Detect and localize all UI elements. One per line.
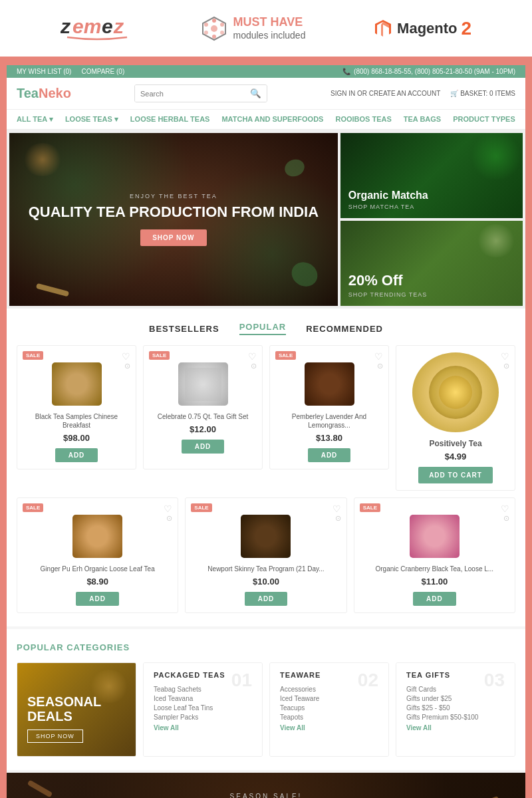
tabs-header: BESTSELLERS POPULAR RECOMMENDED xyxy=(17,322,515,335)
wishlist-icon-2[interactable]: ♡ xyxy=(248,351,257,362)
magento-text: Magento xyxy=(397,20,457,37)
sale-banner-content: SEASON SALE! SAVE 50% ON ALL ITEMS SHOP … xyxy=(20,793,512,798)
tab-bestsellers[interactable]: BESTSELLERS xyxy=(149,324,219,334)
compare-icon-r2-2[interactable]: ⊙ xyxy=(335,514,341,523)
product-price-featured: $4.99 xyxy=(445,452,467,462)
cat-item: Gifts Premium $50-$100 xyxy=(406,714,505,721)
product-name-featured: Positively Tea xyxy=(429,439,481,448)
cat-num-packaged: 01 xyxy=(231,671,252,690)
product-card-3: SALE ♡ ⊙ Pemberley Lavender And Lemongra… xyxy=(269,345,389,469)
wishlist-icon-r2-3[interactable]: ♡ xyxy=(501,503,509,514)
sale-badge-r2-2: SALE xyxy=(191,503,211,512)
product-name-3: Pemberley Lavender And Lemongrass... xyxy=(277,412,382,430)
product-img-1 xyxy=(52,362,102,406)
sale-badge-2: SALE xyxy=(149,351,170,360)
wishlist-link[interactable]: MY WISH LIST (0) xyxy=(17,68,71,75)
cat-seasonal-card: SEASONAL DEALS SHOP NOW xyxy=(17,663,136,756)
cat-item: Gifts $25 - $50 xyxy=(406,704,505,712)
cat-item: Teacups xyxy=(280,704,378,712)
hero-title: QUALITY TEA PRODUCTION FROM INDIA xyxy=(29,203,319,221)
search-input[interactable] xyxy=(135,85,245,102)
add-button-r2-3[interactable]: ADD xyxy=(413,592,456,606)
top-bar-right: 📞 (800) 868-18-85-55, (800) 805-21-80-50… xyxy=(342,68,515,75)
add-button-r2-2[interactable]: ADD xyxy=(245,592,288,606)
cat-packaged-content: 01 PACKAGED TEAS Teabag Sachets Iced Tea… xyxy=(144,663,262,756)
hero-side-trending: 20% Off SHOP TRENDING TEAS xyxy=(340,221,523,306)
svg-point-8 xyxy=(220,31,224,35)
product-name-r2-1: Ginger Pu Erh Organic Loose Leaf Tea xyxy=(24,565,171,573)
store-logo: TeaNeko xyxy=(17,86,71,101)
nav-matcha[interactable]: MATCHA AND SUPERFOODS xyxy=(221,115,323,124)
must-have-badge: MUST HAVE modules included xyxy=(201,15,305,42)
hero-trending-link[interactable]: SHOP TRENDING TEAS xyxy=(348,291,428,298)
hero-shop-now-button[interactable]: SHOP NOW xyxy=(140,229,206,246)
nav-loose-herbal[interactable]: LOOSE HERBAL TEAS xyxy=(130,115,210,124)
wishlist-icon-1[interactable]: ♡ xyxy=(122,351,130,362)
top-bar: MY WISH LIST (0) COMPARE (0) 📞 (800) 868… xyxy=(7,65,525,78)
svg-text:e: e xyxy=(102,15,113,37)
product-price-r2-1: $8.90 xyxy=(24,577,171,587)
tab-recommended[interactable]: RECOMMENDED xyxy=(306,324,383,334)
packaged-view-all-link[interactable]: View All xyxy=(154,724,252,732)
compare-icon-2[interactable]: ⊙ xyxy=(251,362,257,370)
hero-main: ENJOY THE BEST TEA QUALITY TEA PRODUCTIO… xyxy=(9,133,338,306)
svg-point-7 xyxy=(220,23,224,27)
product-img-2 xyxy=(178,362,228,406)
svg-point-10 xyxy=(204,31,208,35)
wishlist-icon-r2-2[interactable]: ♡ xyxy=(332,503,341,514)
compare-icon-1[interactable]: ⊙ xyxy=(124,362,130,370)
nav-all-tea[interactable]: ALL TEA ▾ xyxy=(17,115,53,124)
compare-icon-r2-3[interactable]: ⊙ xyxy=(503,514,509,523)
svg-point-6 xyxy=(212,19,216,23)
product-name-r2-3: Organic Cranberry Black Tea, Loose L... xyxy=(361,565,508,573)
cat-card-gifts: 03 TEA GIFTS Gift Cards Gifts under $25 … xyxy=(396,662,515,757)
hero-matcha-link[interactable]: SHOP MATCHA TEA xyxy=(348,203,428,210)
product-img-featured xyxy=(412,352,499,432)
compare-icon-featured[interactable]: ⊙ xyxy=(503,362,509,370)
cat-card-teaware: 02 TEAWARE Accessories Iced Teaware Teac… xyxy=(269,662,389,757)
teaware-view-all-link[interactable]: View All xyxy=(280,724,378,732)
cat-teaware-content: 02 TEAWARE Accessories Iced Teaware Teac… xyxy=(270,663,388,756)
svg-text:em: em xyxy=(72,15,101,37)
add-button-3[interactable]: ADD xyxy=(308,448,351,462)
sale-banner: SEASON SALE! SAVE 50% ON ALL ITEMS SHOP … xyxy=(7,773,525,798)
wishlist-icon-featured[interactable]: ♡ xyxy=(501,351,509,362)
nav-tea-bags[interactable]: TEA BAGS xyxy=(404,115,441,124)
nav-rooibos[interactable]: ROOIBOS TEAS xyxy=(335,115,391,124)
compare-link[interactable]: COMPARE (0) xyxy=(81,68,124,75)
hero-side-matcha: Organic Matcha SHOP MATCHA TEA xyxy=(340,133,523,218)
add-button-2[interactable]: ADD xyxy=(182,440,225,454)
sale-badge-r2-1: SALE xyxy=(23,503,43,512)
gifts-view-all-link[interactable]: View All xyxy=(406,724,505,732)
cat-items-teaware: Accessories Iced Teaware Teacups Teapots xyxy=(280,686,378,721)
store-header: TeaNeko 🔍 SIGN IN OR CREATE AN ACCOUNT 🛒… xyxy=(7,78,525,110)
search-button[interactable]: 🔍 xyxy=(245,85,267,102)
nav-product-types[interactable]: PRODUCT TYPES xyxy=(453,115,515,124)
add-to-cart-button-featured[interactable]: ADD TO CART xyxy=(418,467,493,483)
cat-card-packaged: 01 PACKAGED TEAS Teabag Sachets Iced Tea… xyxy=(143,662,263,757)
seasonal-title: SEASONAL DEALS xyxy=(27,694,126,724)
brand-bar: z em e z MUST HAVE modules included xyxy=(0,0,532,59)
cat-item: Teapots xyxy=(280,714,378,721)
wishlist-icon-3[interactable]: ♡ xyxy=(374,351,383,362)
tab-popular[interactable]: POPULAR xyxy=(239,322,287,335)
nav-loose-teas[interactable]: LOOSE TEAS ▾ xyxy=(65,115,118,124)
svg-point-5 xyxy=(211,25,217,32)
product-price-2: $12.00 xyxy=(150,424,255,434)
product-price-r2-2: $10.00 xyxy=(192,577,339,587)
seasonal-shop-now-button[interactable]: SHOP NOW xyxy=(27,730,83,743)
wishlist-icon-r2-1[interactable]: ♡ xyxy=(164,503,172,514)
product-grid-row1: SALE ♡ ⊙ Black Tea Samples Chinese Break… xyxy=(17,345,515,491)
compare-icon-3[interactable]: ⊙ xyxy=(377,362,383,370)
cat-item: Gifts under $25 xyxy=(406,695,505,702)
logo-text: Tea xyxy=(17,86,39,100)
sign-in-link[interactable]: SIGN IN OR CREATE AN ACCOUNT xyxy=(331,90,440,97)
add-button-r2-1[interactable]: ADD xyxy=(76,592,119,606)
add-button-1[interactable]: ADD xyxy=(55,448,98,462)
logo-neko: Neko xyxy=(39,86,71,100)
categories-grid: SEASONAL DEALS SHOP NOW 01 PACKAGED TEAS… xyxy=(17,662,515,757)
zemes-logo: z em e z xyxy=(61,12,134,45)
basket-link[interactable]: 🛒 BASKET: 0 ITEMS xyxy=(450,90,515,97)
popular-categories-section: Popular Categories SEASONAL DEALS SHOP N… xyxy=(7,629,525,770)
compare-icon-r2-1[interactable]: ⊙ xyxy=(166,514,172,523)
